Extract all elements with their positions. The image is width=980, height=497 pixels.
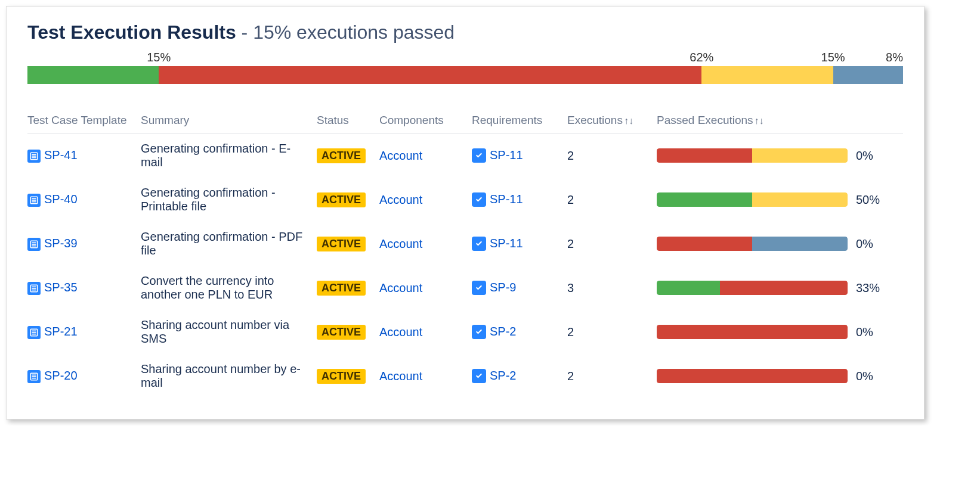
overall-seg-other <box>833 66 903 84</box>
component-link[interactable]: Account <box>379 281 422 294</box>
summary-cell: Generating confirmation - E-mail <box>141 133 317 178</box>
table-row: SP-35Convert the currency into another o… <box>27 266 903 310</box>
title-sub: 15% executions passed <box>253 21 455 43</box>
status-badge: ACTIVE <box>317 325 366 340</box>
overall-label-blocked: 15% <box>821 51 845 64</box>
executions-cell: 2 <box>567 133 657 178</box>
row-progress-seg <box>752 148 848 163</box>
requirement-link[interactable]: SP-11 <box>490 192 523 206</box>
component-link[interactable]: Account <box>379 369 422 383</box>
col-passed-executions[interactable]: Passed Executions↑↓ <box>657 108 903 133</box>
summary-cell: Generating confirmation - PDF file <box>141 222 317 266</box>
status-badge: ACTIVE <box>317 369 366 384</box>
requirement-link[interactable]: SP-11 <box>490 237 523 250</box>
check-icon <box>472 281 486 295</box>
title-separator: - <box>236 21 253 43</box>
overall-seg-blocked <box>701 66 833 84</box>
row-progress-seg <box>657 237 752 251</box>
row-progress-seg <box>720 281 848 295</box>
testcase-icon <box>27 150 41 163</box>
testcase-link[interactable]: SP-20 <box>44 369 78 382</box>
sort-icon[interactable]: ↑↓ <box>755 116 764 126</box>
requirement-link[interactable]: SP-11 <box>490 148 523 161</box>
row-pass-pct: 0% <box>856 325 886 339</box>
row-progress-seg <box>657 369 848 383</box>
check-icon <box>472 237 486 251</box>
executions-cell: 2 <box>567 178 657 222</box>
testcase-icon <box>27 238 41 251</box>
table-row: SP-40Generating confirmation - Printable… <box>27 178 903 222</box>
row-progress-bar <box>657 369 848 383</box>
check-icon <box>472 325 486 339</box>
overall-seg-passed <box>27 66 159 84</box>
component-link[interactable]: Account <box>379 325 422 338</box>
component-link[interactable]: Account <box>379 237 422 250</box>
status-badge: ACTIVE <box>317 148 366 163</box>
check-icon <box>472 369 486 383</box>
col-components[interactable]: Components <box>379 108 472 133</box>
testcase-link[interactable]: SP-40 <box>44 192 78 206</box>
executions-cell: 2 <box>567 354 657 398</box>
row-progress-bar <box>657 192 848 207</box>
overall-seg-failed <box>159 66 701 84</box>
overall-label-passed: 15% <box>147 51 171 64</box>
executions-cell: 2 <box>567 222 657 266</box>
overall-label-failed: 62% <box>690 51 713 64</box>
component-link[interactable]: Account <box>379 149 422 162</box>
col-status[interactable]: Status <box>317 108 379 133</box>
summary-cell: Sharing account number by e-mail <box>141 354 317 398</box>
check-icon <box>472 192 486 207</box>
col-requirements[interactable]: Requirements <box>472 108 567 133</box>
row-progress-seg <box>752 237 848 251</box>
row-progress-bar <box>657 237 848 251</box>
results-table: Test Case Template Summary Status Compon… <box>27 108 903 398</box>
executions-cell: 2 <box>567 310 657 354</box>
table-row: SP-21Sharing account number via SMSACTIV… <box>27 310 903 354</box>
row-progress-bar <box>657 325 848 339</box>
testcase-link[interactable]: SP-41 <box>44 148 78 161</box>
testcase-icon <box>27 326 41 339</box>
status-badge: ACTIVE <box>317 237 366 251</box>
sort-icon[interactable]: ↑↓ <box>624 116 633 126</box>
status-badge: ACTIVE <box>317 281 366 296</box>
row-progress-seg <box>752 192 848 207</box>
col-executions[interactable]: Executions↑↓ <box>567 108 657 133</box>
executions-cell: 3 <box>567 266 657 310</box>
summary-cell: Generating confirmation - Printable file <box>141 178 317 222</box>
row-progress-seg <box>657 325 848 339</box>
component-link[interactable]: Account <box>379 193 422 206</box>
requirement-link[interactable]: SP-9 <box>490 281 516 294</box>
results-panel: Test Execution Results - 15% executions … <box>6 6 925 420</box>
row-progress-seg <box>657 148 752 163</box>
testcase-icon <box>27 370 41 383</box>
overall-progress: 15%62%15%8% <box>27 51 903 84</box>
testcase-link[interactable]: SP-21 <box>44 325 78 338</box>
table-row: SP-41Generating confirmation - E-mailACT… <box>27 133 903 178</box>
col-template[interactable]: Test Case Template <box>27 108 141 133</box>
row-pass-pct: 0% <box>856 369 886 383</box>
testcase-icon <box>27 282 41 295</box>
summary-cell: Sharing account number via SMS <box>141 310 317 354</box>
title-main: Test Execution Results <box>27 21 236 43</box>
row-progress-seg <box>657 192 752 207</box>
check-icon <box>472 148 486 163</box>
overall-progress-labels: 15%62%15%8% <box>27 51 903 66</box>
row-pass-pct: 0% <box>856 237 886 251</box>
table-row: SP-20Sharing account number by e-mailACT… <box>27 354 903 398</box>
row-progress-seg <box>657 281 720 295</box>
testcase-link[interactable]: SP-39 <box>44 237 78 250</box>
col-summary[interactable]: Summary <box>141 108 317 133</box>
page-title: Test Execution Results - 15% executions … <box>27 21 903 44</box>
table-row: SP-39Generating confirmation - PDF fileA… <box>27 222 903 266</box>
testcase-link[interactable]: SP-35 <box>44 281 78 294</box>
requirement-link[interactable]: SP-2 <box>490 325 516 338</box>
row-pass-pct: 0% <box>856 149 886 163</box>
summary-cell: Convert the currency into another one PL… <box>141 266 317 310</box>
testcase-icon <box>27 194 41 207</box>
overall-progress-bar <box>27 66 903 84</box>
row-progress-bar <box>657 148 848 163</box>
status-badge: ACTIVE <box>317 192 366 207</box>
overall-label-other: 8% <box>886 51 903 64</box>
row-progress-bar <box>657 281 848 295</box>
requirement-link[interactable]: SP-2 <box>490 369 516 382</box>
